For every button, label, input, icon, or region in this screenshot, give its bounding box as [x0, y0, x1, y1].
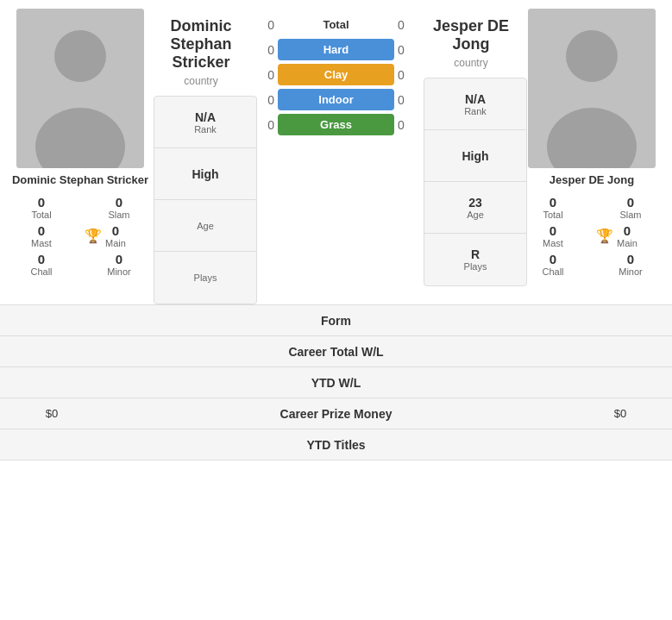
right-chall-value: 0 — [550, 252, 556, 266]
career-prize-label: Career Prize Money — [104, 407, 568, 421]
grass-row: 0 Grass 0 — [248, 114, 424, 135]
right-mast-value: 0 — [550, 223, 556, 238]
hard-row: 0 Hard 0 — [248, 39, 424, 60]
right-high-value: High — [462, 149, 488, 163]
career-prize-row: $0 Career Prize Money $0 — [0, 398, 672, 429]
clay-button[interactable]: Clay — [278, 64, 394, 85]
right-minor-cell: 0 Minor — [596, 252, 665, 277]
right-total-cell: 0 Total — [518, 195, 587, 220]
right-minor-label: Minor — [619, 266, 643, 277]
left-high-row: High — [154, 148, 256, 200]
left-main-value: 0 — [112, 223, 119, 238]
left-player-col: Dominic Stephan Stricker 0 Total 0 Slam … — [7, 9, 154, 277]
ytd-wl-row: YTD W/L — [0, 367, 672, 398]
left-trophy-icon: 🏆 — [85, 228, 102, 244]
right-detail-col: Jesper DE Jong country N/A Rank High 23 … — [424, 17, 518, 286]
bottom-section: Form Career Total W/L YTD W/L $0 Career … — [0, 304, 672, 460]
left-total-value: 0 — [38, 195, 45, 210]
total-right-score: 0 — [398, 18, 424, 32]
right-prize-value: $0 — [568, 402, 672, 425]
total-row: 0 Total 0 — [248, 14, 424, 35]
right-plays-value: R — [471, 247, 480, 261]
left-total-label: Total — [31, 210, 51, 220]
left-minor-label: Minor — [107, 266, 131, 277]
left-mast-label: Mast — [31, 238, 52, 248]
left-slam-cell: 0 Slam — [85, 195, 154, 220]
ytd-titles-row: YTD Titles — [0, 429, 672, 460]
right-rank-row: N/A Rank — [424, 78, 526, 130]
grass-button[interactable]: Grass — [278, 114, 394, 135]
right-slam-value: 0 — [627, 195, 634, 210]
right-player-stats: 0 Total 0 Slam 0 Mast 🏆 0 Main — [518, 195, 665, 277]
left-country: country — [154, 75, 248, 87]
left-age-label: Age — [197, 221, 214, 231]
indoor-right-score: 0 — [398, 93, 424, 107]
right-age-value: 23 — [468, 196, 482, 210]
center-col: 0 Total 0 0 Hard 0 0 Clay 0 0 Indoor 0 — [248, 9, 424, 139]
right-name-header: Jesper DE Jong — [424, 17, 518, 53]
indoor-left-score: 0 — [248, 93, 274, 107]
left-plays-row: Plays — [154, 252, 256, 304]
left-total-cell: 0 Total — [7, 195, 76, 220]
indoor-button[interactable]: Indoor — [278, 89, 394, 110]
right-plays-label: Plays — [464, 261, 487, 272]
grass-left-score: 0 — [248, 118, 274, 132]
right-rank-label: Rank — [464, 106, 487, 116]
form-label: Form — [0, 314, 672, 328]
right-chall-cell: 0 Chall — [518, 252, 587, 277]
left-high-value: High — [192, 167, 218, 181]
clay-right-score: 0 — [398, 68, 424, 82]
left-name-header-line1: Dominic Stephan — [170, 17, 231, 53]
right-slam-cell: 0 Slam — [596, 195, 665, 220]
left-slam-label: Slam — [108, 210, 129, 220]
indoor-row: 0 Indoor 0 — [248, 89, 424, 110]
svg-point-1 — [54, 30, 106, 82]
left-chall-cell: 0 Chall — [7, 252, 76, 277]
right-main-cell: 🏆 0 Main — [596, 223, 665, 248]
right-main-value: 0 — [624, 223, 631, 238]
right-total-value: 0 — [550, 195, 556, 210]
left-prize-value: $0 — [0, 402, 104, 425]
clay-row: 0 Clay 0 — [248, 64, 424, 85]
right-minor-value: 0 — [627, 252, 634, 266]
left-chall-value: 0 — [38, 252, 45, 266]
left-player-photo — [16, 9, 144, 168]
left-mast-value: 0 — [38, 223, 45, 238]
svg-point-4 — [566, 30, 618, 82]
left-rank-value: N/A — [195, 110, 216, 124]
right-trophy-icon: 🏆 — [596, 228, 613, 244]
left-minor-value: 0 — [116, 252, 122, 266]
left-name-header-line2: Stricker — [172, 53, 229, 71]
total-label: Total — [274, 14, 398, 35]
hard-button[interactable]: Hard — [278, 39, 394, 60]
right-age-row: 23 Age — [424, 182, 526, 234]
left-mast-cell: 0 Mast — [7, 223, 76, 248]
hard-right-score: 0 — [398, 43, 424, 57]
form-row: Form — [0, 305, 672, 336]
right-slam-label: Slam — [619, 210, 641, 220]
left-rank-row: N/A Rank — [154, 97, 256, 148]
left-minor-cell: 0 Minor — [85, 252, 154, 277]
right-total-label: Total — [543, 210, 562, 220]
left-name-header: Dominic Stephan Stricker — [154, 17, 248, 72]
left-player-name: Dominic Stephan Stricker — [12, 173, 148, 188]
left-plays-label: Plays — [194, 272, 217, 283]
career-total-row: Career Total W/L — [0, 336, 672, 367]
total-left-score: 0 — [248, 18, 274, 32]
career-total-label: Career Total W/L — [0, 345, 672, 359]
right-main-label: Main — [617, 238, 637, 248]
hard-left-score: 0 — [248, 43, 274, 57]
left-main-cell: 🏆 0 Main — [85, 223, 154, 248]
right-player-name: Jesper DE Jong — [550, 173, 634, 188]
right-mast-label: Mast — [543, 238, 563, 248]
right-player-col: Jesper DE Jong 0 Total 0 Slam 0 Mast 🏆 — [518, 9, 665, 277]
ytd-wl-label: YTD W/L — [0, 376, 672, 390]
right-chall-label: Chall — [542, 266, 563, 277]
right-age-label: Age — [467, 210, 484, 220]
left-detail-card: N/A Rank High Age Plays — [154, 96, 257, 304]
players-top: Dominic Stephan Stricker 0 Total 0 Slam … — [0, 0, 672, 304]
left-detail-col: Dominic Stephan Stricker country N/A Ran… — [154, 17, 248, 304]
right-mast-cell: 0 Mast — [518, 223, 587, 248]
grass-right-score: 0 — [398, 118, 424, 132]
left-age-row: Age — [154, 200, 256, 252]
